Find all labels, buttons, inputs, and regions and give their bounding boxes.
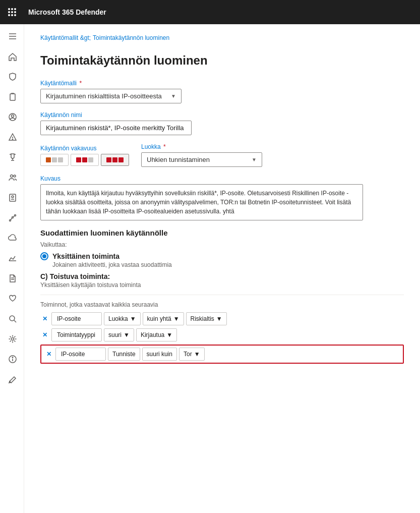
policy-name-group: Käytännön nimi [40, 111, 404, 135]
svg-line-16 [11, 218, 12, 220]
radio-circle-icon [40, 252, 48, 260]
policy-name-label: Käytännön nimi [40, 111, 404, 119]
svg-line-17 [13, 216, 15, 217]
filter-row1-op2-dropdown[interactable]: kuin yhtä ▼ [143, 312, 184, 325]
filter-row3-remove-button[interactable]: ✕ [44, 350, 53, 359]
chevron-down-icon: ▼ [216, 315, 222, 322]
filters-section-title: Suodattimien luominen käytännölle [40, 229, 404, 237]
single-action-desc: Jokainen aktiviteetti, joka vastaa suoda… [52, 261, 404, 268]
severity-category-row: Käytännön vakavuus [40, 143, 404, 167]
page-title: Toimintakäytännön luominen [40, 53, 404, 68]
filter-row1-remove-button[interactable]: ✕ [40, 314, 49, 323]
policy-template-dropdown[interactable]: Kirjautuminen riskialttiista IP-osoittee… [40, 89, 182, 103]
description-label: Kuvaus [40, 175, 404, 182]
nav-gear-icon[interactable] [0, 329, 24, 349]
category-dropdown[interactable]: Uhkien tunnistaminen ▼ [141, 152, 262, 167]
nav-chart-icon[interactable] [0, 248, 24, 268]
description-box: Ilmoita, kun käyttäjä kirjautuu hyväksyt… [40, 184, 363, 220]
nav-home-icon[interactable] [0, 46, 24, 67]
filter-row2-op1-dropdown[interactable]: suuri ▼ [104, 328, 134, 341]
content-area: Käytäntömallit &gt; Toimintakäytännön lu… [24, 24, 420, 513]
nav-person-badge-icon[interactable] [0, 188, 24, 208]
filter-row-3: ✕ IP-osoite Tunniste suuri kuin Tor ▼ [40, 345, 404, 364]
policy-template-label: Käytäntömalli * [40, 80, 404, 87]
nav-shield-icon[interactable] [0, 67, 24, 87]
nav-search-icon[interactable] [0, 309, 24, 329]
app-grid-icon[interactable] [0, 0, 24, 24]
chevron-down-icon: ▼ [194, 351, 200, 358]
chevron-down-icon: ▼ [130, 315, 136, 322]
svg-point-11 [12, 196, 14, 198]
category-group: Luokka * Uhkien tunnistaminen ▼ [141, 143, 262, 167]
chevron-down-icon: ▼ [173, 315, 179, 322]
severity-buttons [40, 154, 129, 166]
filter-row3-op1-dropdown[interactable]: Tunniste [108, 348, 140, 361]
affects-label: Vaikuttaa: [40, 241, 404, 248]
chevron-down-icon: ▼ [124, 331, 130, 338]
app-title: Microsoft 365 Defender [24, 8, 106, 16]
filter-row2-field: Toimintatyyppi [51, 328, 102, 341]
nav-trophy-icon[interactable] [0, 147, 24, 167]
policy-name-input[interactable] [40, 121, 192, 135]
breadcrumb-parent[interactable]: Käytäntömallit &gt; [40, 34, 91, 41]
svg-point-5 [11, 115, 14, 118]
breadcrumb-current[interactable]: Toimintakäytännön luominen [93, 34, 169, 41]
filter-row2-remove-button[interactable]: ✕ [40, 330, 49, 339]
description-group: Kuvaus Ilmoita, kun käyttäjä kirjautuu h… [40, 175, 404, 220]
svg-point-8 [10, 175, 13, 178]
svg-rect-3 [10, 94, 15, 100]
nav-person-circle-icon[interactable] [0, 107, 24, 127]
nav-menu-icon[interactable] [0, 26, 24, 46]
actions-label: Toiminnot, jotka vastaavat kaikkia seura… [40, 301, 404, 308]
category-value: Uhkien tunnistaminen [147, 156, 210, 163]
severity-group: Käytännön vakavuus [40, 145, 129, 166]
severity-high-button[interactable] [101, 154, 129, 166]
nav-persons-icon[interactable] [0, 167, 24, 188]
topbar: Microsoft 365 Defender [0, 0, 420, 24]
category-label: Luokka * [141, 143, 262, 150]
svg-point-23 [11, 338, 14, 340]
single-action-radio[interactable]: Yksittäinen toiminta [40, 252, 404, 260]
nav-cloud-icon[interactable] [0, 228, 24, 248]
nav-clipboard-icon[interactable] [0, 87, 24, 107]
repeated-action-desc: Yksittäisen käyttäjän toistuva toiminta [40, 281, 404, 289]
filter-row3-field: IP-osoite [55, 348, 106, 361]
policy-template-group: Käytäntömalli * Kirjautuminen riskialtti… [40, 80, 404, 103]
filter-row-2: ✕ Toimintatyyppi suuri ▼ Kirjautua ▼ [40, 328, 404, 341]
policy-template-value: Kirjautuminen riskialttiista IP-osoittee… [46, 92, 162, 100]
filter-row1-field: IP-osoite [51, 312, 102, 325]
chevron-down-icon: ▼ [252, 157, 257, 162]
svg-line-22 [14, 320, 16, 322]
severity-medium-button[interactable] [71, 154, 99, 166]
divider [40, 295, 404, 295]
chevron-down-icon: ▼ [166, 331, 172, 338]
chevron-down-icon: ▼ [171, 93, 176, 99]
nav-graph-icon[interactable] [0, 208, 24, 228]
severity-label: Käytännön vakavuus [40, 145, 129, 152]
description-text: Ilmoita, kun käyttäjä kirjautuu hyväksyt… [46, 190, 351, 215]
sidebar-nav [0, 24, 24, 513]
svg-point-9 [14, 175, 16, 177]
repeated-action-row: C) Toistuva toiminta: [40, 272, 404, 280]
filter-row-1: ✕ IP-osoite Luokka ▼ kuin yhtä ▼ Riskial… [40, 312, 404, 325]
nav-heart-icon[interactable] [0, 289, 24, 309]
filter-row3-val-dropdown[interactable]: Tor ▼ [179, 348, 205, 361]
single-action-label: Yksittäinen toiminta [52, 252, 119, 260]
nav-document-icon[interactable] [0, 268, 24, 289]
severity-low-button[interactable] [40, 154, 69, 166]
breadcrumb: Käytäntömallit &gt; Toimintakäytännön lu… [40, 34, 404, 41]
filter-row1-op1-dropdown[interactable]: Luokka ▼ [104, 312, 141, 325]
nav-alert-icon[interactable] [0, 127, 24, 147]
filter-row1-val-dropdown[interactable]: Riskialtis ▼ [186, 312, 227, 325]
svg-point-26 [12, 357, 13, 358]
nav-info-icon[interactable] [0, 349, 24, 369]
filter-row2-op2-dropdown[interactable]: Kirjautua ▼ [136, 328, 177, 341]
svg-point-21 [10, 316, 15, 321]
filter-row3-op2-dropdown[interactable]: suuri kuin [142, 348, 177, 361]
svg-point-7 [12, 139, 13, 140]
nav-edit-icon[interactable] [0, 369, 24, 389]
